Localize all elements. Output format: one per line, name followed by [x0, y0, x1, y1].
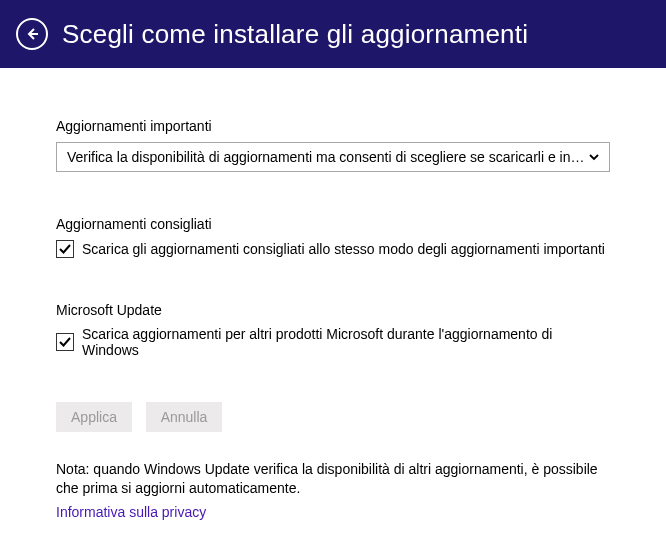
recommended-updates-label: Aggiornamenti consigliati — [56, 216, 610, 232]
back-button[interactable] — [16, 18, 48, 50]
recommended-checkbox-row: Scarica gli aggiornamenti consigliati al… — [56, 240, 610, 258]
privacy-link[interactable]: Informativa sulla privacy — [56, 504, 206, 520]
recommended-checkbox[interactable] — [56, 240, 74, 258]
dropdown-selected-value: Verifica la disponibilità di aggiornamen… — [67, 149, 587, 165]
important-updates-dropdown[interactable]: Verifica la disponibilità di aggiornamen… — [56, 142, 610, 172]
button-row: Applica Annulla — [56, 402, 610, 432]
microsoft-update-checkbox[interactable] — [56, 333, 74, 351]
cancel-button[interactable]: Annulla — [146, 402, 222, 432]
important-updates-label: Aggiornamenti importanti — [56, 118, 610, 134]
recommended-updates-group: Aggiornamenti consigliati Scarica gli ag… — [56, 216, 610, 258]
chevron-down-icon — [587, 150, 601, 164]
recommended-checkbox-label: Scarica gli aggiornamenti consigliati al… — [82, 241, 605, 257]
checkmark-icon — [58, 242, 72, 256]
page-title: Scegli come installare gli aggiornamenti — [62, 19, 528, 50]
microsoft-update-checkbox-row: Scarica aggiornamenti per altri prodotti… — [56, 326, 610, 358]
header-bar: Scegli come installare gli aggiornamenti — [0, 0, 666, 68]
checkmark-icon — [58, 335, 72, 349]
microsoft-update-checkbox-label: Scarica aggiornamenti per altri prodotti… — [82, 326, 610, 358]
microsoft-update-label: Microsoft Update — [56, 302, 610, 318]
content-area: Aggiornamenti importanti Verifica la dis… — [0, 68, 666, 520]
microsoft-update-group: Microsoft Update Scarica aggiornamenti p… — [56, 302, 610, 358]
back-arrow-icon — [24, 26, 40, 42]
note-text: Nota: quando Windows Update verifica la … — [56, 460, 610, 498]
important-updates-group: Aggiornamenti importanti Verifica la dis… — [56, 118, 610, 172]
apply-button[interactable]: Applica — [56, 402, 132, 432]
